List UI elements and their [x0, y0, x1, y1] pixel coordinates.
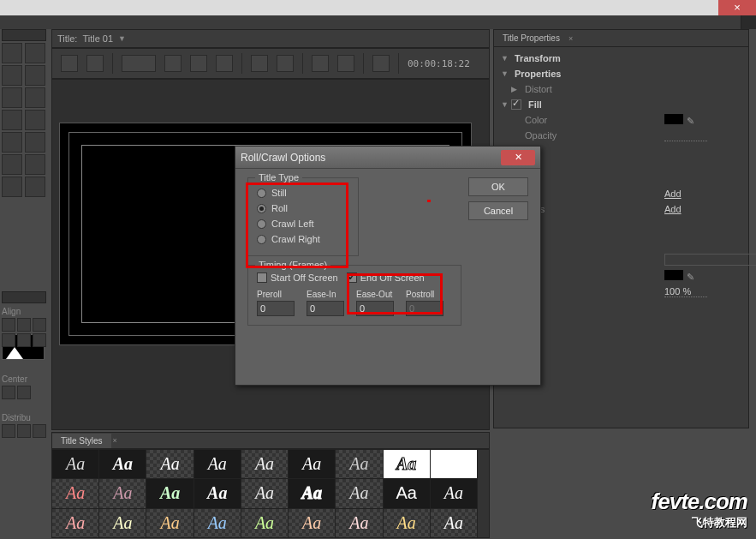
style-swatch[interactable]: Aa — [241, 509, 288, 537]
twisty-icon[interactable] — [501, 54, 511, 63]
style-swatch[interactable]: Aa — [384, 509, 430, 537]
tool-rect[interactable] — [2, 132, 22, 153]
eyedropper-icon[interactable]: ✎ — [687, 272, 694, 283]
bg-color-swatch[interactable] — [664, 270, 683, 280]
props-tab[interactable]: Title Properties × — [494, 30, 748, 47]
bg-type-dropdown[interactable] — [664, 254, 756, 266]
tool-arc[interactable] — [25, 154, 45, 175]
tool-rounded-rect[interactable] — [25, 132, 45, 153]
preroll-input[interactable] — [257, 301, 295, 316]
style-swatch[interactable]: Aa — [241, 450, 288, 478]
twisty-icon[interactable] — [501, 69, 511, 78]
close-icon[interactable]: × — [568, 34, 573, 43]
style-swatch[interactable]: Aa — [431, 479, 477, 507]
align-bottom[interactable] — [33, 333, 46, 347]
color-swatch[interactable] — [664, 114, 683, 124]
style-swatch[interactable]: Aa — [99, 479, 146, 507]
dialog-titlebar[interactable]: Roll/Crawl Options ✕ — [235, 147, 540, 169]
app-close-button[interactable]: × — [718, 0, 756, 15]
style-swatch[interactable]: Aa — [384, 479, 430, 507]
styles-tab[interactable]: Title Styles × — [51, 432, 490, 449]
style-swatch[interactable]: Aa — [241, 479, 288, 507]
tool-line[interactable] — [25, 177, 45, 197]
align-right[interactable] — [33, 318, 46, 332]
tool-rotate[interactable] — [25, 43, 45, 63]
add-stroke-button[interactable]: Add — [664, 204, 682, 214]
size-field[interactable] — [251, 55, 268, 72]
leading-field[interactable] — [312, 55, 329, 72]
tool-area-type[interactable] — [2, 87, 22, 108]
style-swatch[interactable]: Aa — [194, 479, 241, 507]
twisty-icon[interactable] — [511, 85, 521, 93]
style-swatch[interactable]: Aa — [431, 509, 477, 537]
add-stroke-button[interactable]: Add — [664, 189, 682, 199]
tool-path-type[interactable] — [25, 87, 45, 108]
align-panel-header[interactable] — [2, 291, 46, 303]
radio-crawl-left[interactable]: Crawl Left — [257, 216, 349, 231]
style-swatch[interactable]: Aa — [289, 450, 335, 478]
style-swatch[interactable]: Aa — [194, 509, 241, 537]
style-swatch[interactable]: Aa — [52, 450, 98, 478]
center-h[interactable] — [2, 386, 15, 399]
templates-button[interactable] — [86, 55, 104, 72]
kerning-field[interactable] — [277, 55, 294, 72]
bold-button[interactable] — [164, 55, 182, 72]
align-top[interactable] — [2, 333, 15, 347]
eyedropper-icon[interactable]: ✎ — [687, 116, 694, 127]
style-swatch[interactable]: Aa — [384, 450, 430, 478]
easeout-input[interactable] — [356, 301, 394, 316]
end-off-screen-checkbox[interactable]: End Off Screen — [347, 272, 425, 283]
style-swatch[interactable]: Aa — [336, 509, 382, 537]
style-swatch[interactable]: Aa — [194, 450, 241, 478]
align-left[interactable] — [2, 318, 15, 332]
radio-still[interactable]: Still — [257, 185, 349, 201]
panel-menu-button[interactable] — [741, 15, 756, 29]
font-dropdown[interactable] — [122, 55, 156, 72]
tool-selection[interactable] — [2, 43, 22, 63]
fill-checkbox[interactable] — [511, 99, 521, 110]
tool-anchor[interactable] — [25, 110, 45, 130]
style-swatch[interactable]: Aa — [52, 509, 98, 537]
tab-button[interactable] — [372, 55, 390, 72]
style-swatch[interactable]: Aa — [289, 479, 335, 507]
dist-2[interactable] — [17, 424, 31, 438]
center-v[interactable] — [17, 386, 31, 399]
roll-crawl-button[interactable] — [61, 55, 78, 72]
style-swatch[interactable]: Aa — [99, 450, 146, 478]
radio-crawl-right[interactable]: Crawl Right — [257, 231, 349, 247]
dist-3[interactable] — [33, 424, 46, 438]
underline-button[interactable] — [216, 55, 233, 72]
dialog-close-button[interactable]: ✕ — [501, 150, 535, 165]
chevron-down-icon[interactable]: ▼ — [118, 34, 126, 43]
tools-panel-header[interactable] — [2, 29, 46, 41]
close-icon[interactable]: × — [113, 436, 117, 445]
style-swatch[interactable]: Aa — [146, 450, 193, 478]
tool-vertical-type[interactable] — [25, 65, 45, 86]
start-off-screen-checkbox[interactable]: Start Off Screen — [257, 272, 338, 283]
easein-input[interactable] — [307, 301, 344, 316]
align-field[interactable] — [337, 55, 354, 72]
style-swatch[interactable]: Aa — [52, 479, 98, 507]
dist-1[interactable] — [2, 424, 15, 438]
bg-opacity-value[interactable]: 100 % — [664, 286, 707, 297]
style-swatch[interactable]: Aa — [336, 450, 382, 478]
radio-roll[interactable]: Roll — [257, 201, 349, 216]
opacity-value[interactable] — [664, 130, 707, 141]
tool-pen[interactable] — [2, 110, 22, 130]
tool-wedge[interactable] — [2, 154, 22, 175]
styles-scrollbar[interactable] — [477, 450, 489, 537]
tool-ellipse[interactable] — [2, 177, 22, 197]
italic-button[interactable] — [190, 55, 207, 72]
timecode[interactable]: 00:00:18:22 — [408, 58, 470, 69]
title-name-dropdown[interactable]: Title 01 — [82, 33, 113, 44]
style-swatch[interactable]: Aa — [146, 509, 193, 537]
style-swatch[interactable]: Aa — [336, 479, 382, 507]
style-swatch[interactable]: Aa — [146, 479, 193, 507]
align-hcenter[interactable] — [17, 318, 31, 332]
style-swatch[interactable]: Aa — [289, 509, 335, 537]
twisty-icon[interactable] — [501, 100, 511, 109]
style-swatch[interactable]: Aa — [431, 450, 477, 478]
align-vcenter[interactable] — [17, 333, 31, 347]
style-swatch[interactable]: Aa — [99, 509, 146, 537]
tool-type[interactable] — [2, 65, 22, 86]
